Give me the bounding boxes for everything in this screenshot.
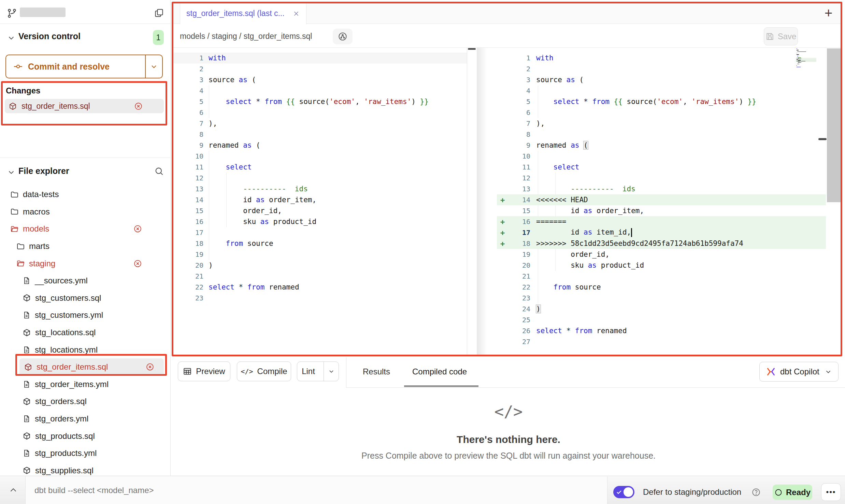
code-line[interactable]: 24) — [497, 303, 826, 314]
code-line[interactable]: 1with — [497, 53, 826, 63]
editor-scrollbar-thumb[interactable] — [827, 48, 842, 202]
code-line[interactable]: +14<<<<<<< HEAD — [497, 194, 826, 205]
code-pane-original[interactable]: 1with23source as (45 select * from {{ so… — [172, 48, 467, 356]
code-line[interactable]: 21 — [172, 271, 467, 282]
code-line[interactable]: 22select * from renamed — [172, 282, 467, 293]
file-tree-item-stg-locations-sql[interactable]: stg_locations.sql — [0, 324, 171, 341]
code-line[interactable]: 7), — [172, 118, 467, 129]
close-icon[interactable] — [292, 10, 300, 17]
code-line[interactable]: 16 sku as product_id — [172, 216, 467, 227]
more-options-button[interactable]: ••• — [821, 483, 841, 501]
defer-toggle[interactable] — [613, 486, 634, 498]
lint-dropdown[interactable] — [324, 362, 339, 381]
code-line[interactable]: 1with — [172, 53, 467, 63]
code-line[interactable]: 15 order_id, — [172, 205, 467, 216]
code-line[interactable]: 5 select * from {{ source('ecom', 'raw_i… — [497, 96, 826, 107]
code-line[interactable]: 2 — [497, 63, 826, 74]
file-tree-item-stg-locations-yml[interactable]: stg_locations.yml — [0, 341, 171, 358]
code-line[interactable]: 15 id as order_item, — [497, 205, 826, 216]
code-pane-conflict[interactable]: 1with23source as (45 select * from {{ so… — [497, 48, 826, 356]
tab-stg-order-items[interactable]: stg_order_items.sql (last c... — [180, 3, 306, 24]
left-pane-scrollbar-thumb[interactable] — [468, 48, 476, 50]
lineage-button[interactable] — [333, 29, 353, 44]
code-line[interactable]: 17 — [172, 227, 467, 238]
discard-change-icon[interactable] — [134, 102, 143, 110]
code-line[interactable]: 5 select * from {{ source('ecom', 'raw_i… — [172, 96, 467, 107]
code-line[interactable]: 18 from source — [172, 238, 467, 249]
code-line[interactable]: 9renamed as ( — [172, 140, 467, 151]
preview-button[interactable]: Preview — [178, 361, 230, 381]
file-tree-item-marts[interactable]: marts — [0, 238, 171, 255]
code-line[interactable]: 7), — [497, 118, 826, 129]
compile-button[interactable]: </> Compile — [237, 361, 291, 381]
chevron-down-icon[interactable] — [8, 168, 15, 176]
file-tree-item-stg-products-sql[interactable]: stg_products.sql — [0, 427, 171, 445]
lint-button[interactable]: Lint — [297, 361, 339, 381]
code-line[interactable]: 22 from source — [497, 282, 826, 293]
file-tree-item-stg-orders-yml[interactable]: stg_orders.yml — [0, 410, 171, 428]
code-line[interactable]: 13 ---------- ids — [172, 183, 467, 194]
code-line[interactable]: 9renamed as ( — [497, 140, 826, 151]
conflict-close-icon[interactable] — [133, 259, 142, 268]
right-pane-scrollbar-thumb[interactable] — [818, 138, 827, 140]
code-line[interactable]: 10 — [497, 151, 826, 162]
code-line[interactable]: 2 — [172, 63, 467, 74]
commit-options-dropdown[interactable] — [145, 55, 162, 78]
code-line[interactable]: 20) — [172, 260, 467, 271]
chevron-down-icon[interactable] — [8, 34, 15, 42]
changed-file-row[interactable]: stg_order_items.sql — [5, 99, 164, 113]
file-tree-item--sources-yml[interactable]: __sources.yml — [0, 272, 171, 290]
commit-and-resolve-main[interactable]: Commit and resolve — [6, 55, 145, 78]
status-ready-badge[interactable]: Ready — [773, 485, 812, 500]
file-tree-item-stg-customers-sql[interactable]: stg_customers.sql — [0, 290, 171, 307]
file-tree-item-stg-customers-yml[interactable]: stg_customers.yml — [0, 307, 171, 324]
search-icon[interactable] — [154, 166, 164, 176]
code-line[interactable]: 25 — [497, 314, 826, 325]
code-line[interactable]: 12 — [497, 173, 826, 183]
code-line[interactable]: 19 — [172, 249, 467, 260]
code-line[interactable]: 3source as ( — [172, 74, 467, 85]
code-line[interactable]: 27 — [497, 336, 826, 347]
file-tree-item-staging[interactable]: staging — [0, 255, 171, 272]
tab-results[interactable]: Results — [363, 367, 390, 376]
code-line[interactable]: 14 id as order_item, — [172, 194, 467, 205]
file-tree-item-stg-order-items-sql[interactable]: stg_order_items.sql — [19, 358, 164, 376]
code-line[interactable]: 4 — [497, 85, 826, 96]
commit-and-resolve-button[interactable]: Commit and resolve — [5, 55, 163, 78]
minimap[interactable] — [796, 48, 817, 69]
file-tree-item-macros[interactable]: macros — [0, 203, 171, 221]
dbt-copilot-button[interactable]: dbt Copilot — [759, 362, 839, 382]
code-line[interactable]: +17 id as item_id, — [497, 227, 826, 238]
code-line[interactable]: 4 — [172, 85, 467, 96]
code-line[interactable]: 6 — [172, 107, 467, 118]
command-input[interactable]: dbt build --select <model_name> — [25, 476, 607, 504]
code-line[interactable]: 21 — [497, 271, 826, 282]
code-line[interactable]: 6 — [497, 107, 826, 118]
code-line[interactable]: 19 order_id, — [497, 249, 826, 260]
save-button[interactable]: Save — [764, 27, 798, 45]
code-line[interactable]: 23 — [172, 293, 467, 303]
code-line[interactable]: 8 — [497, 129, 826, 140]
code-line[interactable]: +18>>>>>>> 58c1dd23d5eebd9cd2495fa7124ab… — [497, 238, 826, 249]
code-line[interactable]: 12 — [172, 173, 467, 183]
code-line[interactable]: 8 — [172, 129, 467, 140]
code-line[interactable]: 11 select — [497, 162, 826, 173]
file-tree-item-stg-order-items-yml[interactable]: stg_order_items.yml — [0, 376, 171, 393]
file-tree-item-stg-supplies-sql[interactable]: stg_supplies.sql — [0, 462, 171, 476]
code-line[interactable]: 3source as ( — [497, 74, 826, 85]
code-line[interactable]: 20 sku as product_id — [497, 260, 826, 271]
code-line[interactable]: 23 — [497, 293, 826, 303]
code-line[interactable]: 10 — [172, 151, 467, 162]
code-line[interactable]: +16======= — [497, 216, 826, 227]
code-line[interactable]: 26select * from renamed — [497, 325, 826, 336]
new-tab-plus-icon[interactable]: + — [825, 6, 832, 20]
file-tree-item-data-tests[interactable]: data-tests — [0, 186, 171, 203]
conflict-close-icon[interactable] — [146, 363, 154, 371]
copy-docs-icon[interactable] — [154, 8, 164, 18]
help-icon[interactable] — [751, 488, 761, 497]
code-line[interactable]: 11 select — [172, 162, 467, 173]
conflict-close-icon[interactable] — [133, 225, 142, 233]
file-tree-item-stg-products-yml[interactable]: stg_products.yml — [0, 445, 171, 462]
tab-compiled-code[interactable]: Compiled code — [412, 367, 467, 376]
file-tree-item-stg-orders-sql[interactable]: stg_orders.sql — [0, 393, 171, 410]
